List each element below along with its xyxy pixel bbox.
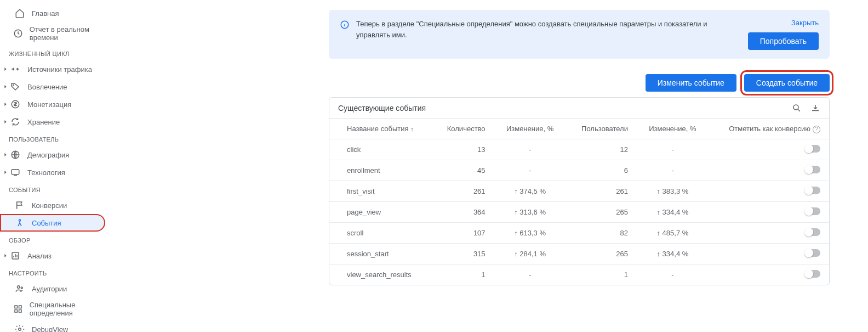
- cell-name[interactable]: click: [329, 139, 432, 160]
- cell-users: 82: [566, 222, 637, 243]
- table-row: scroll 107 ↑ 613,3 % 82 ↑ 485,7 %: [329, 222, 829, 243]
- conversion-toggle[interactable]: [805, 145, 820, 153]
- cell-conversion: [709, 160, 829, 181]
- nav-label: Главная: [32, 9, 59, 18]
- conversion-toggle[interactable]: [805, 270, 820, 278]
- close-link[interactable]: Закрыть: [791, 19, 819, 27]
- cell-conversion: [709, 243, 829, 264]
- nav-label: Аудитории: [32, 285, 67, 293]
- cell-name[interactable]: view_search_results: [329, 264, 432, 285]
- nav-monetization[interactable]: Монетизация: [0, 95, 110, 113]
- nav-label: Технология: [27, 168, 65, 177]
- nav-label: Монетизация: [27, 100, 71, 109]
- nav-label: Отчет в реальном времени: [30, 25, 103, 42]
- cell-change2: ↑ 485,7 %: [637, 222, 709, 243]
- cell-change2: ↑ 334,4 %: [637, 201, 709, 222]
- help-icon[interactable]: ?: [813, 126, 820, 133]
- cell-count: 261: [432, 181, 494, 201]
- nav-label: Анализ: [27, 252, 52, 260]
- cell-name[interactable]: session_start: [329, 243, 432, 264]
- cell-conversion: [709, 201, 829, 222]
- nav-label: Источники трафика: [27, 65, 92, 74]
- nav-realtime[interactable]: Отчет в реальном времени: [0, 22, 110, 45]
- svg-point-15: [793, 105, 798, 110]
- cell-conversion: [709, 264, 829, 285]
- cell-name[interactable]: page_view: [329, 201, 432, 222]
- svg-point-8: [21, 287, 22, 289]
- svg-rect-10: [19, 306, 21, 308]
- search-icon[interactable]: [792, 103, 802, 113]
- table-row: view_search_results 1 - 1 -: [329, 264, 829, 285]
- conversion-toggle[interactable]: [805, 207, 820, 215]
- nav-custom-definitions[interactable]: Специальные определения: [0, 297, 110, 320]
- nav-conversions[interactable]: Конверсии: [0, 196, 110, 214]
- traffic-icon: [10, 64, 21, 75]
- modify-event-button[interactable]: Изменить событие: [646, 74, 736, 92]
- try-button[interactable]: Попробовать: [748, 32, 819, 50]
- col-change1[interactable]: Изменение, %: [494, 119, 566, 139]
- conversion-toggle[interactable]: [805, 166, 820, 173]
- info-banner: Теперь в разделе "Специальные определени…: [329, 10, 830, 59]
- cell-conversion: [709, 181, 829, 201]
- cell-change2: -: [637, 264, 709, 285]
- cell-name[interactable]: scroll: [329, 222, 432, 243]
- device-icon: [10, 167, 21, 178]
- cell-count: 45: [432, 160, 494, 181]
- cell-users: 261: [566, 181, 637, 201]
- info-icon: [340, 20, 350, 30]
- nav-demographics[interactable]: Демография: [0, 146, 110, 164]
- nav-retention[interactable]: Хранение: [0, 113, 110, 131]
- svg-rect-12: [19, 310, 21, 313]
- nav-technology[interactable]: Технология: [0, 164, 110, 181]
- refresh-icon: [10, 116, 21, 127]
- chevron-right-icon: [2, 252, 9, 259]
- nav-label: DebugView: [32, 325, 68, 333]
- card-title: Существующие события: [338, 104, 426, 112]
- nav-analysis[interactable]: Анализ: [0, 247, 110, 265]
- banner-text: Теперь в разделе "Специальные определени…: [356, 19, 741, 40]
- defs-icon: [13, 303, 23, 314]
- events-table: Название события ↑ Количество Изменение,…: [329, 119, 829, 285]
- events-card: Существующие события Название события ↑ …: [329, 97, 830, 285]
- cell-users: 6: [566, 160, 637, 181]
- cell-change1: ↑ 313,6 %: [494, 201, 566, 222]
- cell-change1: ↑ 374,5 %: [494, 181, 566, 201]
- conversion-toggle[interactable]: [805, 187, 820, 194]
- col-change2[interactable]: Изменение, %: [637, 119, 709, 139]
- section-user: ПОЛЬЗОВАТЕЛЬ: [0, 131, 110, 146]
- nav-debugview[interactable]: DebugView: [0, 320, 110, 332]
- cell-change2: ↑ 334,4 %: [637, 243, 709, 264]
- nav-engagement[interactable]: Вовлечение: [0, 78, 110, 95]
- cell-change1: ↑ 284,1 %: [494, 243, 566, 264]
- svg-rect-9: [15, 306, 18, 308]
- cell-name[interactable]: first_visit: [329, 181, 432, 201]
- conversion-toggle[interactable]: [805, 228, 820, 236]
- clock-icon: [13, 28, 23, 39]
- section-configure: НАСТРОИТЬ: [0, 265, 110, 280]
- cell-users: 12: [566, 139, 637, 160]
- nav-home[interactable]: Главная: [0, 4, 110, 22]
- cell-name[interactable]: enrollment: [329, 160, 432, 181]
- download-icon[interactable]: [810, 103, 820, 113]
- svg-point-7: [18, 286, 20, 289]
- svg-point-13: [19, 328, 21, 331]
- nav-events[interactable]: События: [0, 214, 105, 232]
- table-row: click 13 - 12 -: [329, 139, 829, 160]
- create-event-button[interactable]: Создать событие: [744, 74, 830, 92]
- cell-count: 364: [432, 201, 494, 222]
- col-count[interactable]: Количество: [432, 119, 494, 139]
- chevron-right-icon: [2, 66, 9, 72]
- nav-label: Специальные определения: [30, 301, 103, 317]
- nav-acquisition[interactable]: Источники трафика: [0, 60, 110, 78]
- col-name[interactable]: Название события ↑: [329, 119, 432, 139]
- nav-audiences[interactable]: Аудитории: [0, 280, 110, 297]
- cell-change2: -: [637, 139, 709, 160]
- cell-count: 315: [432, 243, 494, 264]
- nav-label: Хранение: [27, 118, 60, 126]
- nav-label: Вовлечение: [27, 83, 67, 91]
- cell-count: 1: [432, 264, 494, 285]
- sidebar: Главная Отчет в реальном времени ЖИЗНЕНН…: [0, 0, 110, 332]
- conversion-toggle[interactable]: [805, 249, 820, 257]
- cell-change2: -: [637, 160, 709, 181]
- col-users[interactable]: Пользователи: [566, 119, 637, 139]
